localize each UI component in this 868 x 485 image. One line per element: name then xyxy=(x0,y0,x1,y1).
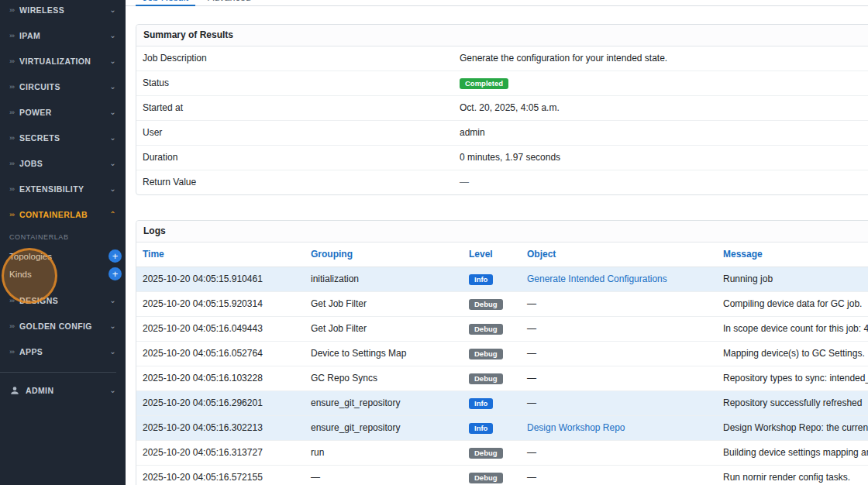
log-level-cell: Debug xyxy=(463,441,521,466)
log-object-cell: — xyxy=(521,366,717,391)
log-message-cell: In scope device count for this job: 4 xyxy=(717,317,868,342)
summary-label: User xyxy=(136,121,453,145)
sidebar-nav-bottom: DESIGNS GOLDEN CONFIG APPS xyxy=(0,287,126,364)
add-topologies-button[interactable] xyxy=(108,249,122,263)
summary-value: 0 minutes, 1.97 seconds xyxy=(460,152,560,163)
chevron-down-icon xyxy=(109,296,116,304)
chevron-down-icon xyxy=(109,5,116,14)
column-header-time[interactable]: Time xyxy=(136,242,305,267)
summary-row: Started at Oct. 20, 2025, 4:05 a.m. xyxy=(136,95,868,120)
log-time-cell: 2025-10-20 04:05:16.572155 xyxy=(136,466,305,485)
sidebar-item-containerlab[interactable]: CONTAINERLAB xyxy=(0,201,126,227)
log-grouping-cell: ensure_git_repository xyxy=(305,391,463,416)
sidebar-item-golden-config[interactable]: GOLDEN CONFIG xyxy=(0,313,126,339)
log-row: 2025-10-20 04:05:16.313727 run Debug — B… xyxy=(136,441,868,466)
summary-label: Started at xyxy=(136,96,453,120)
sidebar-item-label: DESIGNS xyxy=(19,296,109,305)
log-object[interactable]: Design Workshop Repo xyxy=(527,422,625,433)
log-row: 2025-10-20 04:05:16.296201 ensure_git_re… xyxy=(136,391,868,416)
summary-value: Oct. 20, 2025, 4:05 a.m. xyxy=(460,102,560,113)
summary-row: Status Completed xyxy=(136,71,868,95)
log-message-cell: Design Workshop Repo: the current Git re… xyxy=(717,416,868,441)
column-header-grouping[interactable]: Grouping xyxy=(305,242,463,267)
add-kinds-button[interactable] xyxy=(108,267,122,280)
log-object: — xyxy=(527,298,536,309)
chevron-down-icon xyxy=(109,57,116,65)
sidebar-nav-top: WIRELESS IPAM VIRTUALIZATION xyxy=(0,0,126,227)
log-message-cell: Running job xyxy=(717,267,868,292)
log-level-cell: Info xyxy=(463,391,521,416)
log-level-cell: Debug xyxy=(463,342,521,366)
sidebar-item-label: EXTENSIBILITY xyxy=(19,184,109,194)
app-window: WIRELESS IPAM VIRTUALIZATION xyxy=(0,0,868,485)
log-level-badge: Info xyxy=(469,274,493,285)
panel-title: Summary of Results xyxy=(136,25,868,46)
log-object-cell: — xyxy=(521,292,717,317)
log-message-cell: Building device settings mapping and run… xyxy=(717,441,868,466)
log-level-badge: Debug xyxy=(469,299,503,310)
log-time-cell: 2025-10-20 04:05:16.313727 xyxy=(136,441,305,466)
column-header-object[interactable]: Object xyxy=(521,242,717,267)
log-object: — xyxy=(527,397,536,408)
log-grouping-cell: ensure_git_repository xyxy=(305,416,463,441)
log-level-badge: Debug xyxy=(469,324,503,335)
log-object[interactable]: Generate Intended Configurations xyxy=(527,273,667,284)
log-grouping-cell: Get Job Filter xyxy=(305,292,463,317)
log-grouping-cell: — xyxy=(305,466,463,485)
log-level-cell: Debug xyxy=(463,366,521,391)
sidebar-item-apps[interactable]: APPS xyxy=(0,339,126,364)
log-object-cell: — xyxy=(521,317,717,342)
log-message-cell: Repository successfully refreshed xyxy=(717,391,868,416)
sidebar-item-circuits[interactable]: CIRCUITS xyxy=(0,74,126,99)
summary-rows: Job Description Generate the configurati… xyxy=(136,46,868,194)
sidebar-item-secrets[interactable]: SECRETS xyxy=(0,125,126,150)
sidebar-sub-list: Topologies Kinds xyxy=(0,247,126,283)
log-row: 2025-10-20 04:05:15.910461 initializatio… xyxy=(136,267,868,292)
log-row: 2025-10-20 04:05:16.052764 Device to Set… xyxy=(136,342,868,366)
sidebar-item-extensibility[interactable]: EXTENSIBILITY xyxy=(0,176,126,201)
log-time-cell: 2025-10-20 04:05:16.296201 xyxy=(136,391,305,416)
chevron-down-icon xyxy=(109,31,116,40)
log-level-badge: Debug xyxy=(469,473,503,483)
sidebar-item-ipam[interactable]: IPAM xyxy=(0,22,126,48)
log-level-cell: Info xyxy=(463,267,521,292)
sidebar-item-wireless[interactable]: WIRELESS xyxy=(0,0,126,22)
log-object: — xyxy=(527,472,536,483)
tab-advanced[interactable]: Advanced xyxy=(201,0,258,5)
log-row: 2025-10-20 04:05:15.920314 Get Job Filte… xyxy=(136,292,868,317)
log-object-cell: — xyxy=(521,441,717,466)
sidebar-item-jobs[interactable]: JOBS xyxy=(0,150,126,176)
sidebar-item-kinds[interactable]: Kinds xyxy=(0,265,126,283)
log-level-badge: Info xyxy=(469,398,493,409)
triple-chevron-icon xyxy=(9,57,14,65)
triple-chevron-icon xyxy=(9,6,14,14)
log-time-cell: 2025-10-20 04:05:16.103228 xyxy=(136,366,305,391)
log-level-cell: Debug xyxy=(463,466,521,485)
log-grouping-cell: initialization xyxy=(305,267,463,292)
column-header-level[interactable]: Level xyxy=(463,242,521,267)
sidebar-item-virtualization[interactable]: VIRTUALIZATION xyxy=(0,48,126,74)
log-time-cell: 2025-10-20 04:05:16.052764 xyxy=(136,342,305,366)
chevron-down-icon xyxy=(109,82,116,91)
log-time-cell: 2025-10-20 04:05:16.302213 xyxy=(136,416,305,441)
sidebar-item-designs[interactable]: DESIGNS xyxy=(0,287,126,313)
sidebar-divider xyxy=(0,372,116,373)
column-header-message[interactable]: Message xyxy=(717,242,868,267)
sidebar-item-topologies[interactable]: Topologies xyxy=(0,247,126,265)
status-badge: Completed xyxy=(460,78,508,89)
summary-label: Status xyxy=(136,71,453,95)
chevron-down-icon xyxy=(109,159,116,167)
tab-job-result[interactable]: Job Result xyxy=(136,0,195,6)
log-time-cell: 2025-10-20 04:05:16.049443 xyxy=(136,317,305,342)
log-message-cell: Repository types to sync: intended_repos… xyxy=(717,366,868,391)
summary-row: Duration 0 minutes, 1.97 seconds xyxy=(136,145,868,170)
log-row: 2025-10-20 04:05:16.049443 Get Job Filte… xyxy=(136,317,868,342)
triple-chevron-icon xyxy=(9,160,14,167)
sidebar-item-power[interactable]: POWER xyxy=(0,99,126,125)
sidebar-item-label: ADMIN xyxy=(26,386,109,395)
chevron-up-icon xyxy=(109,210,116,218)
sidebar-item-admin[interactable]: ADMIN xyxy=(0,377,126,403)
log-time-cell: 2025-10-20 04:05:15.920314 xyxy=(136,292,305,317)
user-icon xyxy=(9,385,20,396)
summary-panel: Summary of Results Job Description Gener… xyxy=(136,24,868,195)
